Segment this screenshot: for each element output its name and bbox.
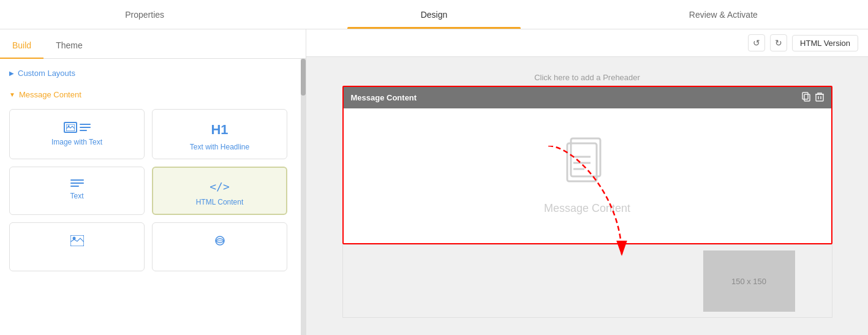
card-text[interactable]: Text (9, 167, 145, 215)
headline-icon: H1 (211, 122, 228, 138)
image-text-icon (64, 122, 91, 133)
redo-button[interactable]: ↻ (770, 34, 787, 51)
message-block-body: Message Content (344, 108, 831, 243)
text-lines-icon (80, 124, 91, 131)
code-icon: </> (209, 180, 230, 193)
card-image-with-text[interactable]: Image with Text (9, 109, 145, 159)
tab-theme[interactable]: Theme (43, 33, 95, 59)
copy-block-button[interactable] (802, 92, 812, 104)
message-block-header: Message Content (344, 87, 831, 108)
delete-block-button[interactable] (815, 92, 824, 104)
section-custom-layouts[interactable]: ▶ Custom Layouts (9, 65, 296, 81)
undo-button[interactable]: ↺ (748, 34, 765, 51)
canvas-area: Click here to add a Preheader Message Co… (306, 57, 868, 335)
top-navigation: Properties Design Review & Activate (0, 0, 868, 29)
card-bottom-left[interactable] (9, 222, 145, 271)
card-text-with-headline[interactable]: H1 Text with Headline (152, 109, 287, 159)
tab-review-activate[interactable]: Review & Activate (579, 0, 868, 29)
text-icon (70, 179, 84, 187)
scrollbar-thumb[interactable] (301, 59, 306, 96)
content-toolbar: ↺ ↻ HTML Version (306, 29, 868, 57)
card-bottom-right[interactable] (152, 222, 287, 271)
chevron-down-icon: ▼ (9, 91, 15, 98)
layout-cards-bottom (9, 222, 296, 271)
tab-properties[interactable]: Properties (0, 0, 289, 29)
layout-cards-grid: Image with Text H1 Text with Headline (9, 109, 296, 215)
message-content-block: Message Content (342, 86, 832, 244)
content-area: ↺ ↻ HTML Version Click here to add a Pre… (306, 29, 868, 335)
message-block-header-actions (802, 92, 824, 104)
main-layout: Build Theme ▶ Custom Layouts ▼ Message C… (0, 29, 868, 335)
card-html-content[interactable]: </> HTML Content (152, 167, 287, 215)
preheader-bar[interactable]: Click here to add a Preheader (342, 69, 832, 86)
section-message-content[interactable]: ▼ Message Content (9, 86, 296, 103)
svg-rect-6 (804, 94, 810, 101)
tab-build[interactable]: Build (0, 33, 43, 59)
link-bottom-icon (213, 235, 227, 246)
sidebar-tabs: Build Theme (0, 29, 306, 59)
chevron-right-icon: ▶ (9, 70, 14, 77)
sidebar: Build Theme ▶ Custom Layouts ▼ Message C… (0, 29, 306, 335)
tab-design[interactable]: Design (289, 0, 578, 29)
image-sub-icon (64, 122, 77, 133)
svg-rect-8 (816, 94, 823, 101)
html-version-button[interactable]: HTML Version (792, 35, 858, 51)
svg-point-1 (67, 125, 69, 127)
scrollbar[interactable] (301, 59, 306, 335)
sidebar-content: ▶ Custom Layouts ▼ Message Content (0, 59, 306, 335)
message-placeholder-icon (566, 137, 609, 195)
placeholder-box-150: 150 x 150 (703, 250, 795, 312)
image-bottom-icon (70, 235, 84, 246)
below-block: 150 x 150 (342, 244, 832, 318)
svg-rect-7 (802, 92, 808, 99)
svg-point-3 (72, 237, 75, 240)
